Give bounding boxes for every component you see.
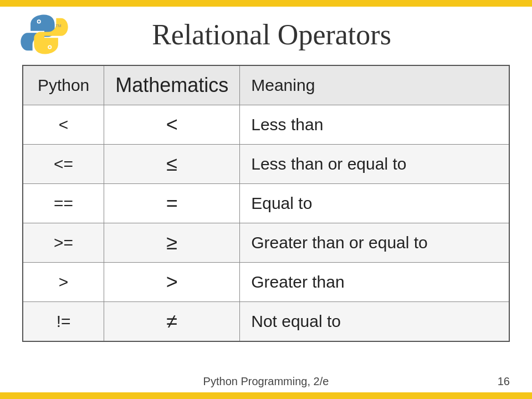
python-logo-icon: TM python [17,12,72,57]
svg-point-1 [38,21,40,23]
cell-python-5: != [23,302,104,342]
col-header-meaning: Meaning [240,65,509,105]
cell-python-0: < [23,105,104,145]
cell-math-2: = [104,184,240,223]
cell-math-5: ≠ [104,302,240,342]
cell-python-3: >= [23,223,104,263]
table-row: >= ≥ Greater than or equal to [23,223,509,263]
cell-math-1: ≤ [104,145,240,184]
footer: Python Programming, 2/e 16 [0,369,532,392]
cell-meaning-1: Less than or equal to [240,145,509,184]
cell-meaning-0: Less than [240,105,509,145]
cell-meaning-5: Not equal to [240,302,509,342]
cell-meaning-4: Greater than [240,263,509,302]
cell-python-1: <= [23,145,104,184]
top-bar [0,0,532,7]
svg-text:TM: TM [55,24,61,28]
table-row: <= ≤ Less than or equal to [23,145,509,184]
operators-table: Python Mathematics Meaning < < Less than… [22,65,510,342]
svg-point-3 [49,46,51,48]
cell-math-0: < [104,105,240,145]
cell-math-4: > [104,263,240,302]
table-row: < < Less than [23,105,509,145]
content: Python Mathematics Meaning < < Less than… [0,59,532,369]
table-header-row: Python Mathematics Meaning [23,65,509,105]
page-title: Relational Operators [83,18,515,51]
cell-meaning-3: Greater than or equal to [240,223,509,263]
footer-text: Python Programming, 2/e [203,375,329,388]
logo-area: TM python [17,12,72,57]
col-header-python: Python [23,65,104,105]
cell-meaning-2: Equal to [240,184,509,223]
table-row: != ≠ Not equal to [23,302,509,342]
table-row: == = Equal to [23,184,509,223]
cell-math-3: ≥ [104,223,240,263]
bottom-bar [0,392,532,399]
cell-python-2: == [23,184,104,223]
table-row: > > Greater than [23,263,509,302]
cell-python-4: > [23,263,104,302]
col-header-math: Mathematics [104,65,240,105]
header: TM python Relational Operators [0,7,532,59]
footer-page: 16 [498,375,510,388]
